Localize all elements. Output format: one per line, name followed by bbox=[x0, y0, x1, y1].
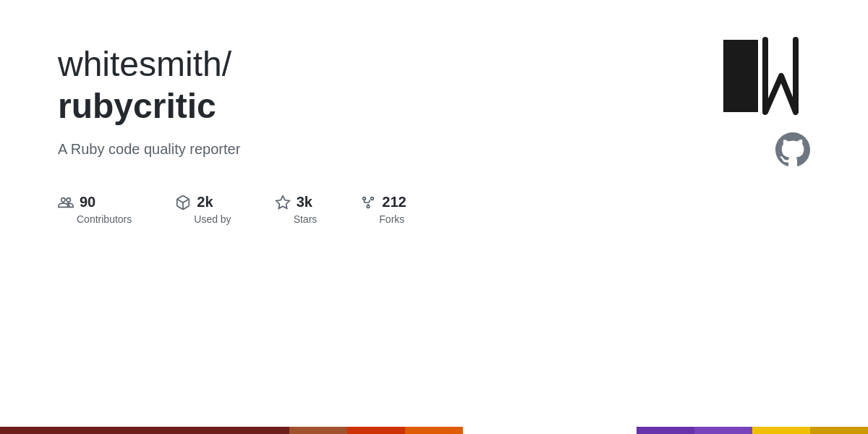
whitesmith-logo bbox=[716, 29, 810, 123]
stat-used-by[interactable]: 2k Used by bbox=[175, 194, 231, 225]
github-octocat-icon bbox=[775, 132, 810, 167]
svg-marker-2 bbox=[276, 196, 289, 208]
logo-area bbox=[716, 29, 810, 123]
repo-owner: whitesmith/ bbox=[58, 45, 231, 83]
svg-point-3 bbox=[363, 197, 366, 200]
stats-row: 90 Contributors 2k Used by bbox=[58, 194, 810, 225]
stat-stars[interactable]: 3k Stars bbox=[275, 194, 318, 225]
stat-forks[interactable]: 212 Forks bbox=[360, 194, 406, 225]
contributors-icon bbox=[58, 195, 74, 210]
svg-point-5 bbox=[367, 205, 370, 208]
used-by-count: 2k bbox=[197, 194, 213, 210]
used-by-label: Used by bbox=[194, 213, 231, 225]
github-icon-area[interactable] bbox=[775, 132, 810, 167]
main-content: whitesmith/ rubycritic A Ruby code quali… bbox=[0, 0, 868, 225]
repo-description: A Ruby code quality reporter bbox=[58, 141, 810, 158]
stat-contributors[interactable]: 90 Contributors bbox=[58, 194, 132, 225]
svg-rect-0 bbox=[723, 40, 758, 112]
stars-count: 3k bbox=[297, 194, 312, 210]
package-icon bbox=[175, 195, 191, 210]
forks-label: Forks bbox=[379, 213, 404, 225]
repo-title: whitesmith/ rubycritic bbox=[58, 43, 810, 127]
contributors-label: Contributors bbox=[77, 213, 132, 225]
forks-count: 212 bbox=[382, 194, 406, 210]
repo-name: rubycritic bbox=[58, 85, 810, 127]
contributors-count: 90 bbox=[80, 194, 95, 210]
stars-label: Stars bbox=[294, 213, 318, 225]
svg-point-4 bbox=[371, 197, 374, 200]
star-icon bbox=[275, 195, 291, 210]
fork-icon bbox=[360, 195, 376, 210]
bottom-color-bar bbox=[0, 427, 868, 434]
